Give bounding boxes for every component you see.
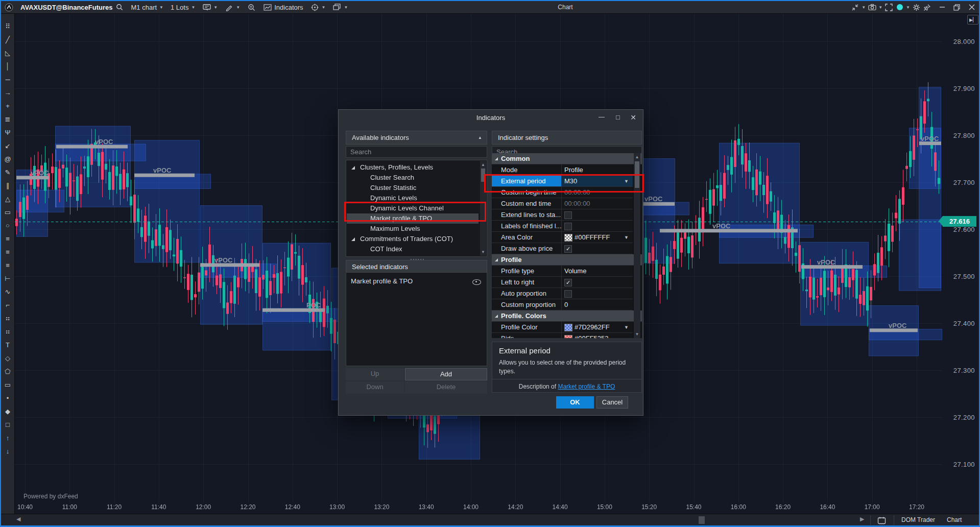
setting-row-draw-above-price[interactable]: Draw above price✓ [492,243,633,254]
setting-row-left-to-right[interactable]: Left to right✓ [492,277,633,288]
checkbox-unchecked[interactable] [564,290,572,298]
parallel-lines-icon[interactable]: ≣ [1,113,14,125]
trend-line-icon[interactable]: ╱ [1,34,14,45]
selected-indicators-list[interactable]: Market profile & TPO [346,272,487,366]
scroll-up-icon[interactable]: ▲ [634,155,640,159]
setting-row-profile-type[interactable]: Profile typeVolume [492,266,633,277]
dialog-maximize-icon[interactable]: □ [611,113,625,124]
collapse-up-icon[interactable]: ▲ [478,131,482,144]
dotted-region2-icon[interactable]: ⠶ [1,326,14,337]
text-tool-icon[interactable]: T [1,339,14,350]
close-icon[interactable] [967,3,976,12]
group-expander-icon[interactable] [495,315,498,318]
tpo-profile-icon[interactable]: ≡ [1,259,14,271]
setting-row-area-color[interactable]: Area Color#00FFFFFF▼ [492,232,633,243]
volume-profile-right-icon[interactable]: ≡ [1,246,14,257]
minimize-icon[interactable] [938,3,946,12]
checkbox-unchecked[interactable] [564,223,572,230]
horizontal-scrollbar-thumb[interactable] [699,516,705,524]
down-button[interactable]: Down [346,381,404,394]
delete-button[interactable]: Delete [405,381,487,394]
tree-expander-icon[interactable] [351,166,355,170]
chevron-down-icon[interactable]: ▼ [878,5,882,10]
setting-row-auto-proportion[interactable]: Auto proportion [492,288,633,299]
zoom-tool[interactable] [244,1,259,13]
dot-marker-icon[interactable]: • [1,392,14,403]
cancel-button[interactable]: Cancel [596,396,628,409]
lots-selector[interactable]: 1 Lots ▼ [167,1,199,13]
setting-row-custom-end-time[interactable]: Custom end time00:00:00 [492,198,633,209]
checkbox-checked[interactable]: ✓ [564,279,572,286]
rectangle-shape-icon[interactable]: ▭ [1,206,14,218]
setting-row-bids[interactable]: Bids#00FF5252 [492,333,633,338]
available-indicators-header[interactable]: Available indicators ▲ [346,131,487,145]
zigzag-icon[interactable]: ∿ [1,286,14,297]
scroll-up-icon[interactable]: ▲ [480,162,486,167]
setting-row-labels-of-finished-l-[interactable]: Labels of finished l... [492,221,633,232]
ellipse-shape-icon[interactable]: ○ [1,220,14,231]
color-swatch[interactable] [564,335,572,338]
fullscreen-icon[interactable] [885,3,893,12]
badge-label-icon[interactable]: ⬠ [1,366,14,377]
color-swatch[interactable] [564,234,572,242]
indicator-description-link[interactable]: Market profile & TPO [558,383,615,390]
steps-icon[interactable]: ⌐ [1,299,14,310]
chevron-down-icon[interactable]: ▼ [862,5,866,10]
volume-profile-left-icon[interactable]: ≡ [1,233,14,244]
dotted-region-icon[interactable]: ⠶ [1,313,14,324]
available-search-input[interactable]: Search [346,146,487,158]
price-axis[interactable]: 28.00027.90027.80027.70027.60027.50027.4… [942,13,979,514]
fib-spiral-icon[interactable]: @ [1,153,14,164]
calendar-icon[interactable] [877,516,886,524]
pitchfork-icon[interactable]: Ψ [1,127,14,138]
brush-icon[interactable]: ✎ [1,166,14,178]
tree-group-commitments-of-traders-cot-[interactable]: Commitments of Traders (COT) [347,234,479,244]
ok-button[interactable]: OK [556,396,594,409]
collapse-panel-icon[interactable] [851,3,859,12]
checkbox-unchecked[interactable] [564,211,572,219]
up-button[interactable]: Up [346,368,404,380]
tree-group-clusters-profiles-levels[interactable]: Clusters, Profiles, Levels [347,162,479,173]
tree-item-cluster-statistic[interactable]: Cluster Statistic [347,183,479,193]
scroll-down-icon[interactable]: ▼ [480,250,486,254]
scroll-right-icon[interactable]: ▶ [860,516,864,522]
checkbox-checked[interactable]: ✓ [564,245,572,253]
tree-item-maximum-levels[interactable]: Maximum Levels [347,224,479,234]
pin-icon[interactable] [923,3,931,12]
cross-tool-icon[interactable]: + [1,100,14,111]
visibility-eye-icon[interactable] [472,279,481,285]
templates-selector[interactable]: ▼ [199,1,221,13]
arrow-marker-icon[interactable]: ↙ [1,140,14,151]
dialog-close-icon[interactable]: ✕ [627,113,640,124]
selected-indicator-row[interactable]: Market profile & TPO [347,276,486,287]
color-swatch[interactable] [564,324,572,331]
symbol-selector[interactable]: AVAXUSDT@BinanceFutures [17,1,128,13]
dom-trader-button[interactable]: DOM Trader [901,514,935,526]
group-expander-icon[interactable] [495,258,498,261]
square-marker-icon[interactable]: □ [1,419,14,430]
restore-window-icon[interactable] [952,3,961,12]
timeframe-selector[interactable]: M1 chart ▼ [128,1,168,13]
gear-icon[interactable] [912,3,921,12]
arrow-down-marker-icon[interactable]: ↓ [1,445,14,457]
splice-icon[interactable]: ⊢ [1,273,14,284]
scroll-left-icon[interactable]: ◀ [16,516,20,522]
tree-item-cot-index[interactable]: COT Index [347,244,479,254]
connection-status-icon[interactable] [895,3,904,12]
arrow-tool-icon[interactable]: → [1,87,14,98]
hatch-channel-icon[interactable]: ∥ [1,180,14,191]
settings-group-profile-colors[interactable]: Profile. Colors [492,310,642,322]
camera-icon[interactable] [868,3,876,12]
settings-group-common[interactable]: Common [492,153,642,164]
triangle-shape-icon[interactable]: △ [1,193,14,204]
angle-tool-icon[interactable]: ◺ [1,47,14,58]
add-button[interactable]: Add [405,368,487,380]
vertical-line-icon[interactable]: │ [1,60,14,71]
price-label-icon[interactable]: ◇ [1,352,14,364]
layout-selector[interactable]: ▼ [329,1,351,13]
chevron-down-icon[interactable]: ▼ [906,5,910,10]
drawing-tools-selector[interactable]: ▼ [221,1,244,13]
arrow-up-marker-icon[interactable]: ↑ [1,432,14,443]
crosshair-selector[interactable]: ▼ [307,1,329,13]
scroll-down-icon[interactable]: ▼ [634,332,640,337]
